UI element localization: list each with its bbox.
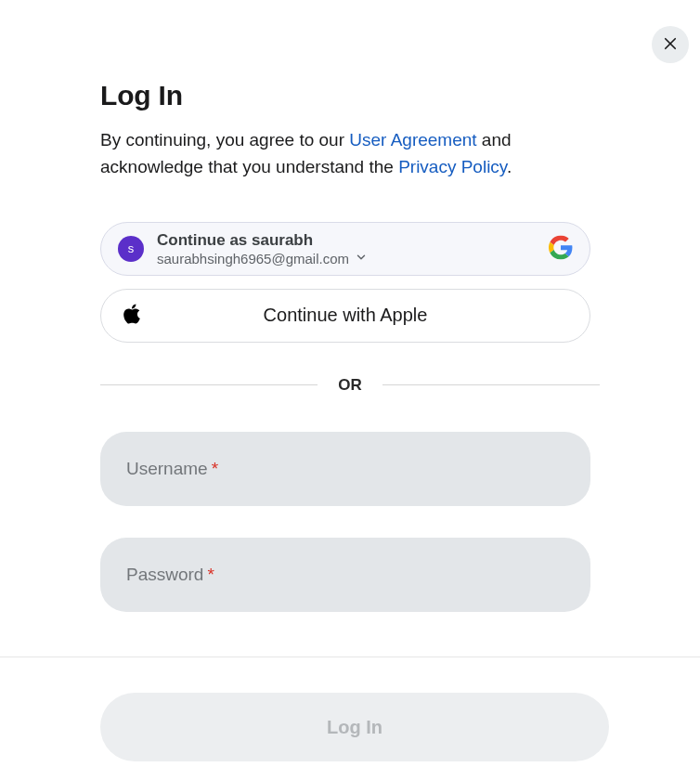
chevron-down-icon: [355, 251, 368, 266]
google-text: Continue as saurabh saurabhsingh6965@gma…: [157, 231, 368, 266]
password-field-wrap: Password*: [100, 538, 590, 612]
divider-line-right: [382, 384, 600, 385]
divider-text: OR: [318, 376, 382, 395]
divider: OR: [100, 376, 600, 395]
login-submit-button[interactable]: Log In: [100, 693, 609, 761]
apple-icon: [122, 302, 142, 329]
divider-line-left: [100, 384, 318, 385]
consent-suffix: .: [507, 157, 512, 176]
close-button[interactable]: [652, 26, 689, 63]
google-email: saurabhsingh6965@gmail.com: [157, 251, 349, 266]
page-title: Log In: [100, 80, 600, 111]
google-primary-text: Continue as saurabh: [157, 231, 368, 250]
user-agreement-link[interactable]: User Agreement: [349, 130, 476, 150]
apple-continue-button[interactable]: Continue with Apple: [100, 289, 590, 343]
google-avatar: s: [118, 236, 144, 262]
consent-prefix: By continuing, you agree to our: [100, 130, 349, 150]
google-secondary-text: saurabhsingh6965@gmail.com: [157, 251, 368, 266]
footer-divider: [0, 656, 700, 657]
apple-button-label: Continue with Apple: [264, 305, 428, 326]
login-modal: Log In By continuing, you agree to our U…: [0, 0, 700, 612]
google-continue-button[interactable]: s Continue as saurabh saurabhsingh6965@g…: [100, 222, 590, 276]
close-icon: [662, 35, 679, 55]
password-input[interactable]: [100, 538, 590, 612]
privacy-policy-link[interactable]: Privacy Policy: [398, 157, 507, 176]
consent-text: By continuing, you agree to our User Agr…: [100, 126, 600, 181]
username-input[interactable]: [100, 432, 590, 506]
username-field-wrap: Username*: [100, 432, 590, 506]
google-icon: [549, 235, 573, 262]
